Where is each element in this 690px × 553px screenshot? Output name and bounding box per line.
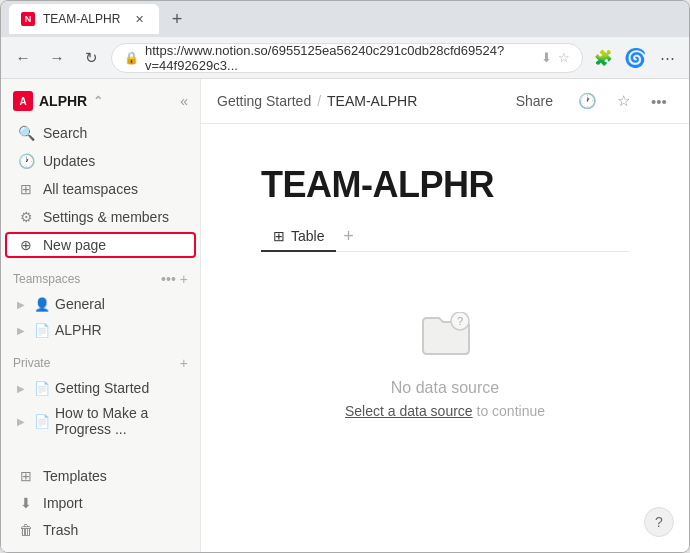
top-bar: Getting Started / TEAM-ALPHR Share 🕐 ☆ •… [201, 79, 689, 124]
new-page-icon: ⊕ [17, 236, 35, 254]
updates-icon: 🕐 [17, 152, 35, 170]
import-icon: ⬇ [17, 494, 35, 512]
alphr-page-icon: 📄 [33, 321, 51, 339]
private-add-button[interactable]: + [180, 355, 188, 371]
workspace-avatar: A [13, 91, 33, 111]
general-icon: 👤 [33, 295, 51, 313]
tab-favicon: N [21, 12, 35, 26]
all-teamspaces-label: All teamspaces [43, 181, 184, 197]
teamspaces-section-label: Teamspaces [13, 272, 80, 286]
svg-text:?: ? [457, 315, 463, 327]
tab-close-button[interactable]: ✕ [131, 11, 147, 27]
main-content: Getting Started / TEAM-ALPHR Share 🕐 ☆ •… [201, 79, 689, 552]
sidebar-header: A ALPHR ⌃ « [1, 87, 200, 115]
url-text: https://www.notion.so/6955125ea56240c291… [145, 43, 535, 73]
empty-suffix: to continue [473, 403, 545, 419]
teamspaces-section-header: Teamspaces ••• + [1, 259, 200, 291]
trash-icon: 🗑 [17, 521, 35, 539]
getting-started-label: Getting Started [55, 380, 149, 396]
sidebar-item-all-teamspaces[interactable]: ⊞ All teamspaces [5, 176, 196, 202]
breadcrumb-parent[interactable]: Getting Started [217, 93, 311, 109]
address-bar[interactable]: 🔒 https://www.notion.so/6955125ea56240c2… [111, 43, 583, 73]
settings-label: Settings & members [43, 209, 184, 225]
add-view-button[interactable]: + [336, 225, 360, 249]
expand-arrow-icon: ▶ [13, 413, 29, 429]
sidebar-item-import[interactable]: ⬇ Import [5, 490, 196, 516]
back-button[interactable]: ← [9, 44, 37, 72]
help-button[interactable]: ? [644, 507, 674, 537]
top-bar-actions: Share 🕐 ☆ ••• [504, 87, 673, 115]
sidebar-collapse-button[interactable]: « [180, 93, 188, 109]
sidebar-item-general[interactable]: ▶ 👤 General [5, 292, 196, 316]
search-icon: 🔍 [17, 124, 35, 142]
general-label: General [55, 296, 105, 312]
edge-icon[interactable]: 🌀 [621, 44, 649, 72]
app-container: A ALPHR ⌃ « 🔍 Search 🕐 Updates ⊞ All tea… [1, 79, 689, 552]
expand-arrow-icon: ▶ [13, 296, 29, 312]
settings-icon: ⚙ [17, 208, 35, 226]
workspace-chevron-icon: ⌃ [93, 94, 103, 108]
private-section-header: Private + [1, 343, 200, 375]
alphr-label: ALPHR [55, 322, 102, 338]
workspace-label: ALPHR [39, 93, 87, 109]
workspace-name[interactable]: A ALPHR ⌃ [13, 91, 103, 111]
new-tab-button[interactable]: + [163, 5, 191, 33]
sidebar-item-getting-started[interactable]: ▶ 📄 Getting Started [5, 376, 196, 400]
lock-icon: 🔒 [124, 51, 139, 65]
expand-arrow-icon: ▶ [13, 322, 29, 338]
table-tab-label: Table [291, 228, 324, 244]
nav-bar: ← → ↻ 🔒 https://www.notion.so/6955125ea5… [1, 37, 689, 79]
sidebar-item-alphr[interactable]: ▶ 📄 ALPHR [5, 318, 196, 342]
extensions-button[interactable]: 🧩 [589, 44, 617, 72]
reload-button[interactable]: ↻ [77, 44, 105, 72]
getting-started-icon: 📄 [33, 379, 51, 397]
sidebar-bottom: ⊞ Templates ⬇ Import 🗑 Trash [1, 462, 200, 544]
browser-tab[interactable]: N TEAM-ALPHR ✕ [9, 4, 159, 34]
sidebar-item-new-page[interactable]: ⊕ New page [5, 232, 196, 258]
history-button[interactable]: 🕐 [573, 87, 601, 115]
trash-label: Trash [43, 522, 184, 538]
breadcrumb-current: TEAM-ALPHR [327, 93, 417, 109]
view-tabs: ⊞ Table + [261, 222, 629, 252]
teamspaces-icon: ⊞ [17, 180, 35, 198]
breadcrumb-separator: / [317, 93, 321, 109]
empty-action: Select a data source to continue [345, 403, 545, 419]
sidebar-item-search[interactable]: 🔍 Search [5, 120, 196, 146]
menu-button[interactable]: ⋯ [653, 44, 681, 72]
forward-button[interactable]: → [43, 44, 71, 72]
teamspaces-add-button[interactable]: + [180, 271, 188, 287]
teamspaces-more-button[interactable]: ••• [161, 271, 176, 287]
sidebar-item-trash[interactable]: 🗑 Trash [5, 517, 196, 543]
empty-state: ? No data source Select a data source to… [261, 252, 629, 479]
page-body: TEAM-ALPHR ⊞ Table + ? [201, 124, 689, 552]
private-section-label: Private [13, 356, 50, 370]
expand-arrow-icon: ▶ [13, 380, 29, 396]
more-button[interactable]: ••• [645, 87, 673, 115]
sidebar-item-progress[interactable]: ▶ 📄 How to Make a Progress ... [5, 402, 196, 440]
nav-icons: 🧩 🌀 ⋯ [589, 44, 681, 72]
tab-table[interactable]: ⊞ Table [261, 222, 336, 252]
sidebar-item-templates[interactable]: ⊞ Templates [5, 463, 196, 489]
favorite-button[interactable]: ☆ [609, 87, 637, 115]
download-icon: ⬇ [541, 50, 552, 65]
private-actions: + [180, 355, 188, 371]
empty-folder-icon: ? [419, 312, 471, 367]
sidebar-item-settings[interactable]: ⚙ Settings & members [5, 204, 196, 230]
table-icon: ⊞ [273, 228, 285, 244]
select-data-source-link[interactable]: Select a data source [345, 403, 473, 419]
search-label: Search [43, 125, 184, 141]
templates-label: Templates [43, 468, 184, 484]
teamspaces-actions: ••• + [161, 271, 188, 287]
title-bar: N TEAM-ALPHR ✕ + [1, 1, 689, 37]
import-label: Import [43, 495, 184, 511]
breadcrumb: Getting Started / TEAM-ALPHR [217, 93, 417, 109]
updates-label: Updates [43, 153, 184, 169]
empty-title: No data source [391, 379, 500, 397]
templates-icon: ⊞ [17, 467, 35, 485]
new-page-label: New page [43, 237, 184, 253]
star-icon: ☆ [558, 50, 570, 65]
share-button[interactable]: Share [504, 89, 565, 113]
progress-page-icon: 📄 [33, 412, 51, 430]
sidebar-item-updates[interactable]: 🕐 Updates [5, 148, 196, 174]
tab-title: TEAM-ALPHR [43, 12, 123, 26]
